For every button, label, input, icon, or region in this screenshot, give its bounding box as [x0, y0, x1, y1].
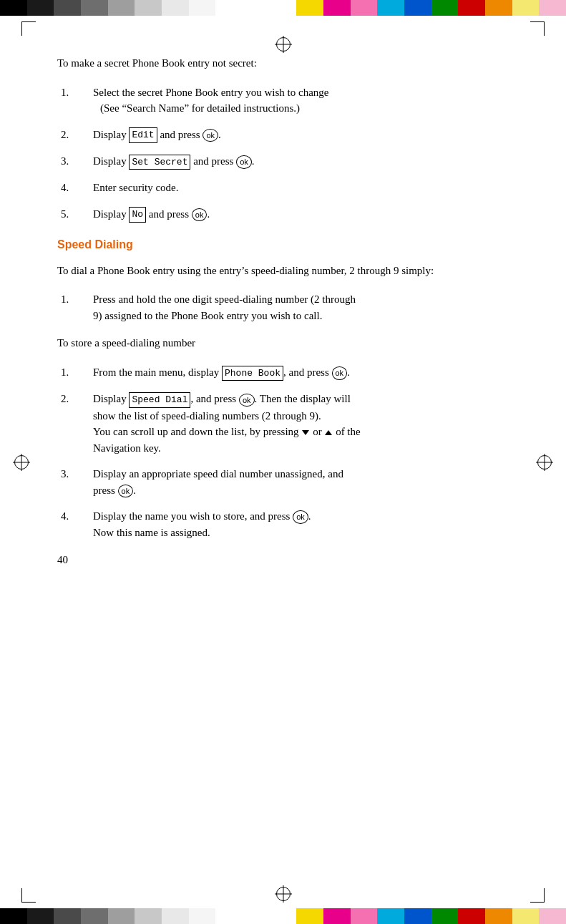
kbd-phone-book: Phone Book [222, 366, 283, 381]
step-content: Display Set Secret and press ok. [93, 153, 509, 170]
speed-dialing-steps: 1. Press and hold the one digit speed-di… [57, 291, 509, 324]
step-num: 3. [57, 153, 93, 170]
list-item: 2. Display Speed Dial, and press ok. The… [57, 391, 509, 456]
list-item: 2. Display Edit and press ok. [57, 127, 509, 143]
ok-button: ok [192, 208, 208, 221]
store-steps: 1. From the main menu, display Phone Boo… [57, 364, 509, 540]
list-item: 3. Display an appropriate speed dial num… [57, 466, 509, 498]
step-content: From the main menu, display Phone Book, … [93, 364, 509, 381]
intro-text: To make a secret Phone Book entry not se… [57, 55, 509, 72]
page-number: 40 [57, 554, 68, 566]
step-num: 5. [57, 206, 93, 223]
list-item: 4. Display the name you wish to store, a… [57, 508, 509, 540]
speed-dialing-intro: To dial a Phone Book entry using the ent… [57, 263, 509, 279]
step-content: Display the name you wish to store, and … [93, 508, 509, 540]
section-heading: Speed Dialing [57, 238, 509, 251]
step-num: 4. [57, 180, 93, 196]
list-item: 1. Press and hold the one digit speed-di… [57, 291, 509, 324]
step-content: Select the secret Phone Book entry you w… [93, 84, 509, 117]
color-bar-top [0, 0, 566, 16]
list-item: 4. Enter security code. [57, 180, 509, 196]
step-content: Press and hold the one digit speed-diali… [93, 291, 509, 324]
page-content: To make a secret Phone Book entry not se… [0, 16, 566, 595]
step-num: 1. [57, 364, 93, 381]
ok-button: ok [203, 129, 218, 142]
step-content: Display No and press ok. [93, 206, 509, 223]
step-content: Display Edit and press ok. [93, 127, 509, 143]
kbd-no: No [129, 207, 146, 223]
ok-button: ok [118, 485, 134, 497]
ok-button: ok [293, 510, 308, 523]
list-item: 1. Select the secret Phone Book entry yo… [57, 84, 509, 117]
crosshair-bottom [275, 885, 292, 903]
ok-button: ok [236, 155, 252, 168]
step-num: 2. [57, 391, 93, 456]
arrow-down-icon [302, 430, 309, 435]
list-item: 5. Display No and press ok. [57, 206, 509, 223]
step-content: Enter security code. [93, 180, 509, 196]
reg-mark-br [530, 888, 545, 903]
step-num: 1. [57, 84, 93, 117]
reg-mark-bl [21, 888, 36, 903]
step-num: 1. [57, 291, 93, 324]
step-num: 4. [57, 508, 93, 540]
step-num: 3. [57, 466, 93, 498]
kbd-speed-dial: Speed Dial [129, 392, 190, 408]
color-bar-bottom [0, 908, 566, 924]
arrow-up-icon [325, 430, 332, 435]
steps-before-heading: 1. Select the secret Phone Book entry yo… [57, 84, 509, 223]
ok-button: ok [239, 394, 255, 407]
list-item: 1. From the main menu, display Phone Boo… [57, 364, 509, 381]
kbd-set-secret: Set Secret [129, 155, 190, 170]
kbd-edit: Edit [129, 127, 157, 143]
ok-button: ok [332, 366, 348, 379]
step-content: Display Speed Dial, and press ok. Then t… [93, 391, 509, 456]
list-item: 3. Display Set Secret and press ok. [57, 153, 509, 170]
store-intro: To store a speed-dialing number [57, 335, 509, 351]
step-num: 2. [57, 127, 93, 143]
step-content: Display an appropriate speed dial number… [93, 466, 509, 498]
